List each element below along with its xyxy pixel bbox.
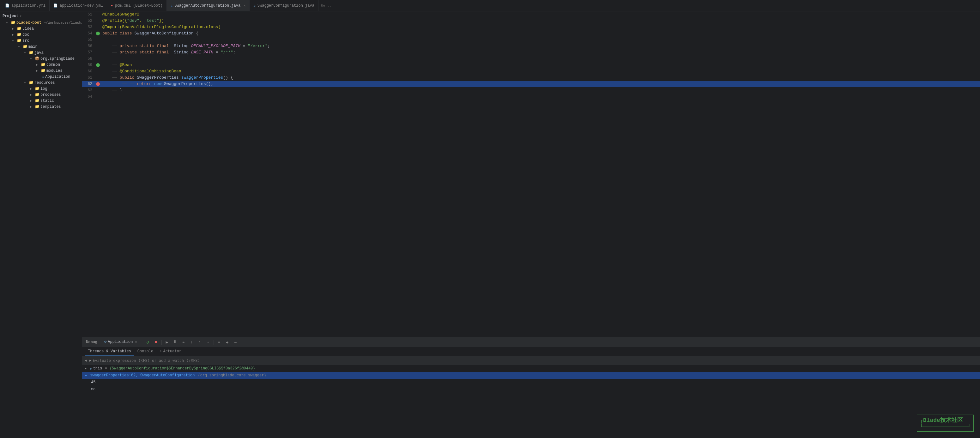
src-label: src [22, 38, 29, 43]
tree-item-java[interactable]: ▾ 📁 java [0, 49, 82, 56]
code-line-57: 57 ── private static final String BASE_P… [82, 49, 980, 56]
expand-right-icon: ▶ [89, 358, 92, 363]
folder-icon-java: 📁 [29, 50, 33, 55]
line-content-63: ── } [101, 87, 980, 94]
project-header[interactable]: Project ▾ [0, 13, 82, 19]
var-row-this[interactable]: ▶ ◈ this = {SwaggerAutoConfiguration$$En… [82, 365, 980, 372]
tab-overflow: Re... [318, 4, 980, 8]
tree-item-idea[interactable]: ▶ 📁 .idea [0, 25, 82, 32]
folder-icon-resources: 📁 [29, 80, 33, 85]
debug-tab-app-label: Application [108, 340, 133, 344]
var-name-this: this [93, 366, 102, 371]
tree-item-org[interactable]: ▾ 📦 org.springblade [0, 56, 82, 62]
debug-toolbar: ↺ ■ ▶ ⏸ ↷ ↓ ↑ ⇒ ≡ ✚ ⋯ [144, 338, 239, 347]
tree-item-src[interactable]: ▾ 📁 src [0, 38, 82, 44]
add-watch-btn[interactable]: ✚ [224, 338, 231, 346]
folder-icon-idea: 📁 [17, 26, 21, 31]
step-out-btn[interactable]: ↑ [196, 338, 204, 346]
stack-method-1: swaggerProperties:62, SwaggerAutoConfigu… [90, 373, 195, 377]
line-content-64 [101, 94, 980, 100]
code-line-63: 63 ── } [82, 87, 980, 94]
xml-icon: ● [111, 4, 113, 8]
code-line-61: 61 ── public SwaggerProperties swaggerPr… [82, 75, 980, 81]
gutter-62 [95, 81, 101, 87]
close-debug-tab-icon[interactable]: ✕ [135, 340, 137, 344]
tab-app-dev-yml-label: application-dev.yml [60, 3, 103, 8]
var-tab-threads[interactable]: Threads & Variables [85, 347, 134, 356]
code-line-59: 59 ── @Bean [82, 62, 980, 68]
tree-item-main[interactable]: ▾ 📁 main [0, 44, 82, 49]
stack-frame-1[interactable]: ↩ swaggerProperties:62, SwaggerAutoConfi… [82, 372, 980, 379]
folder-icon-modules: 📁 [41, 68, 46, 73]
code-line-51: 51 @EnableSwagger2 [82, 11, 980, 18]
tab-app-yml[interactable]: 📄 application.yml [1, 0, 49, 11]
line-content-55 [101, 37, 980, 43]
gutter-61 [95, 75, 101, 81]
expand-left-icon: ◀ [85, 358, 87, 363]
line-content-53: @Import(BeanValidatorPluginsConfiguratio… [101, 24, 980, 30]
stack-frame-3[interactable]: ma [82, 386, 980, 393]
line-num-53: 53 [82, 24, 95, 30]
tree-item-modules[interactable]: ▶ 📁 modules [0, 68, 82, 73]
line-num-60: 60 [82, 68, 95, 75]
gutter-54 [95, 30, 101, 37]
pause-btn[interactable]: ⏸ [172, 338, 179, 346]
step-over-btn[interactable]: ↷ [180, 338, 187, 346]
java-icon-conf: ☕ [253, 3, 256, 8]
tree-item-application[interactable]: ☕ Application [0, 73, 82, 80]
run-cursor-btn[interactable]: ⇒ [204, 338, 212, 346]
tab-app-dev-yml[interactable]: 📄 application-dev.yml [49, 0, 107, 11]
code-editor[interactable]: 51 @EnableSwagger2 52 @Profile({"dev", "… [82, 11, 980, 337]
tree-item-resources[interactable]: ▾ 📁 resources [0, 80, 82, 86]
line-num-64: 64 [82, 94, 95, 100]
actuator-tab-label: Actuator [163, 349, 181, 354]
var-tab-actuator[interactable]: ⚡ Actuator [156, 347, 185, 356]
idea-label: .idea [22, 27, 34, 31]
tab-pom-xml[interactable]: ● pom.xml (BladeX-Boot) [107, 0, 167, 11]
line-content-59: ── @Bean [101, 62, 980, 68]
project-title: Project [3, 14, 18, 18]
tree-item-templates[interactable]: ▶ 📁 templates [0, 104, 82, 110]
gutter-53 [95, 24, 101, 30]
code-line-56: 56 ── private static final String DEFAUL… [82, 43, 980, 49]
stack-frame-2[interactable]: 45 [82, 379, 980, 386]
line-content-60: ── @ConditionalOnMissingBean [101, 68, 980, 75]
frame-3-num: ma [91, 387, 95, 392]
resume-btn[interactable]: ▶ [163, 338, 171, 346]
line-content-51: @EnableSwagger2 [101, 11, 980, 18]
debug-tab-application[interactable]: ⚙ Application ✕ [101, 337, 140, 347]
debug-label: Debug [83, 340, 100, 344]
folder-icon-doc: 📁 [17, 32, 21, 37]
var-arrow-this: ▶ [85, 366, 89, 370]
evaluate-btn[interactable]: ≡ [215, 338, 223, 346]
gutter-60 [95, 68, 101, 75]
tree-item-root[interactable]: ▾ 📁 bladex-boot ~/Workspaces/linshi/blad… [0, 19, 82, 25]
line-num-63: 63 [82, 87, 95, 94]
folder-icon-static: 📁 [35, 98, 40, 103]
stack-arrow-1: ↩ [85, 373, 87, 378]
modules-label: modules [46, 68, 62, 73]
line-num-59: 59 [82, 62, 95, 68]
restart-btn[interactable]: ↺ [144, 338, 152, 346]
var-equals-this: = [105, 366, 107, 371]
tree-item-processes[interactable]: ▶ 📁 processes [0, 92, 82, 98]
stop-btn[interactable]: ■ [152, 338, 160, 346]
tree-item-log[interactable]: ▶ 📁 log [0, 86, 82, 92]
tab-swagger-conf[interactable]: ☕ SwaggerConfiguration.java [250, 0, 318, 11]
gutter-51 [95, 11, 101, 18]
line-num-56: 56 [82, 43, 95, 49]
step-into-btn[interactable]: ↓ [188, 338, 196, 346]
close-tab-icon[interactable]: ✕ [243, 4, 245, 8]
tree-item-static[interactable]: ▶ 📁 static [0, 98, 82, 104]
project-sidebar: Project ▾ ▾ 📁 bladex-boot ~/Workspaces/l… [0, 11, 82, 438]
more-btn[interactable]: ⋯ [232, 338, 239, 346]
tab-swagger-auto[interactable]: ☕ SwaggerAutoConfiguration.java ✕ [167, 0, 250, 11]
tree-item-common[interactable]: ▶ 📁 common [0, 62, 82, 68]
var-tab-console[interactable]: Console [134, 347, 156, 356]
actuator-icon: ⚡ [159, 349, 162, 354]
code-line-62: 62 ── ── return new SwaggerProperties(); [82, 81, 980, 87]
gutter-52 [95, 18, 101, 24]
expression-input[interactable] [92, 358, 977, 363]
tree-item-doc[interactable]: ▶ 📁 doc [0, 32, 82, 38]
debug-panel: Debug ⚙ Application ✕ ↺ ■ ▶ ⏸ ↷ ↓ ↑ ⇒ [82, 337, 980, 438]
